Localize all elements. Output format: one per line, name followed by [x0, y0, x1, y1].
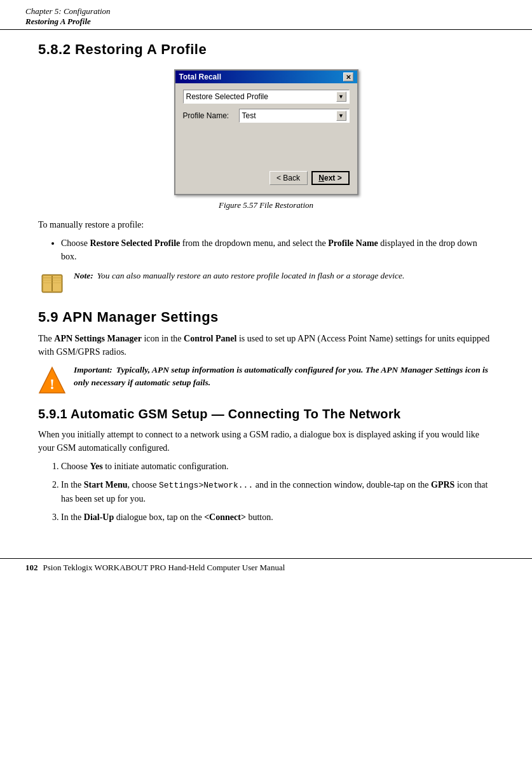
dialog-buttons: < Back Next > [183, 171, 350, 185]
item2-bold1: Start Menu [84, 480, 128, 490]
svg-rect-8 [52, 282, 62, 284]
item2-bold2: GPRS [431, 480, 454, 490]
bullet1-mid: from the dropdown menu, and select the [180, 238, 328, 248]
profile-dropdown-arrow[interactable]: ▼ [336, 111, 346, 121]
dialog-titlebar: Total Recall ✕ [175, 71, 357, 83]
page-header: Chapter 5: Configuration Restoring A Pro… [0, 0, 532, 30]
item3-bold1: Dial-Up [84, 512, 114, 522]
important-label: Important: [74, 365, 113, 374]
page-footer: 102 Psion Teklogix WORKABOUT PRO Hand-He… [0, 558, 532, 577]
svg-rect-3 [42, 277, 52, 278]
section582-intro: To manually restore a profile: [38, 218, 494, 231]
bullet1-pre: Choose [61, 238, 90, 248]
figure-container: Total Recall ✕ Restore Selected Profile … [38, 69, 494, 210]
item2-pre: In the [61, 480, 84, 490]
important-text1: Typically, APN setup information is auto… [116, 365, 381, 374]
footer-page-num: 102 [25, 563, 38, 573]
list-item-2: In the Start Menu, choose Settings>Netwo… [61, 478, 494, 505]
body1-pre: The [38, 334, 54, 343]
bullet1-bold2: Profile Name [328, 238, 378, 248]
dropdown1-value: Restore Selected Profile [186, 92, 268, 101]
body1-bold1: APN Settings Manager [54, 334, 142, 343]
item1-pre: Choose [61, 462, 90, 471]
dropdown1-arrow[interactable]: ▼ [336, 92, 346, 102]
section582-bullets: Choose Restore Selected Profile from the… [61, 237, 494, 263]
item3-mid: dialogue box, tap on the [114, 512, 204, 522]
section-59-heading: 5.9 APN Manager Settings [38, 309, 494, 326]
dialog-spacer [183, 128, 350, 166]
svg-rect-6 [52, 280, 62, 281]
section-title: Restoring A Profile [25, 17, 507, 27]
book-icon [39, 271, 65, 296]
important-text: Important:Typically, APN setup informati… [74, 364, 494, 390]
list-item-1: Choose Yes to initiate automatic configu… [61, 460, 494, 473]
item1-end: to initiate automatic configuration. [103, 462, 229, 471]
profile-name-dropdown[interactable]: Test ▼ [239, 109, 350, 123]
item3-end: button. [246, 512, 273, 522]
profile-name-label: Profile Name: [183, 111, 234, 120]
next-label: Next > [318, 174, 341, 182]
section59-body: The APN Settings Manager icon in the Con… [38, 332, 494, 359]
svg-rect-7 [42, 282, 52, 284]
page-content: 5.8.2 Restoring A Profile Total Recall ✕… [0, 30, 532, 543]
dialog-body: Restore Selected Profile ▼ Profile Name:… [175, 83, 357, 194]
figure-caption: Figure 5.57 File Restoration [219, 200, 313, 210]
note-body: You can also manually restore an auto re… [97, 271, 405, 280]
dialog-row-dropdown1: Restore Selected Profile ▼ [183, 90, 350, 104]
dialog-box: Total Recall ✕ Restore Selected Profile … [174, 69, 358, 195]
note-text: Note:You can also manually restore an au… [74, 270, 404, 282]
profile-name-row: Profile Name: Test ▼ [183, 109, 350, 123]
back-button[interactable]: < Back [269, 171, 308, 185]
item2-mid: , choose [128, 480, 159, 490]
important-icon: ! [38, 364, 66, 397]
important-bold: APN Manager Settings [381, 365, 463, 374]
item1-bold: Yes [90, 462, 103, 471]
chapter-title: Chapter 5: Configuration [25, 6, 507, 17]
restore-selected-profile-dropdown[interactable]: Restore Selected Profile ▼ [183, 90, 350, 104]
note-label: Note: [74, 271, 93, 280]
svg-text:!: ! [50, 376, 55, 392]
body1-bold2: Control Panel [184, 334, 236, 343]
note-icon [38, 270, 66, 298]
item2-end: and in the connection window, double-tap… [253, 480, 431, 490]
item2-mono: Settings>Network... [159, 481, 253, 490]
svg-rect-4 [52, 277, 62, 278]
warning-triangle-icon: ! [38, 365, 66, 397]
body1-mid: icon in the [142, 334, 184, 343]
next-button[interactable]: Next > [311, 171, 350, 185]
important-box: ! Important:Typically, APN setup informa… [38, 364, 494, 397]
section591-body: When you initially attempt to connect to… [38, 428, 494, 455]
bullet-item-1: Choose Restore Selected Profile from the… [61, 237, 494, 263]
item3-pre: In the [61, 512, 84, 522]
list-item-3: In the Dial-Up dialogue box, tap on the … [61, 511, 494, 524]
profile-value: Test [242, 111, 256, 120]
item3-code: <Connect> [204, 512, 246, 522]
svg-rect-5 [42, 280, 52, 281]
section-582-heading: 5.8.2 Restoring A Profile [38, 41, 494, 58]
section591-numbered-list: Choose Yes to initiate automatic configu… [61, 460, 494, 524]
dialog-title: Total Recall [179, 72, 221, 81]
footer-text: Psion Teklogix WORKABOUT PRO Hand-Held C… [43, 563, 285, 573]
section-591-heading: 5.9.1 Automatic GSM Setup — Connecting T… [38, 407, 494, 422]
note-box: Note:You can also manually restore an au… [38, 270, 494, 298]
bullet1-bold: Restore Selected Profile [90, 238, 181, 248]
dialog-close-button[interactable]: ✕ [343, 72, 353, 81]
